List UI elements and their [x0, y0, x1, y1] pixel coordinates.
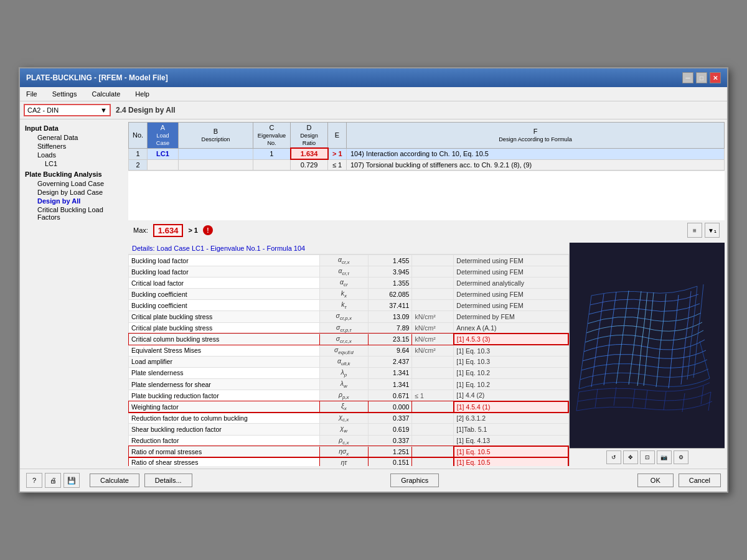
detail-unit: kN/cm² — [412, 345, 454, 356]
help-button[interactable]: ? — [26, 473, 42, 488]
max-condition: > 1 — [188, 226, 198, 234]
detail-symbol: σcr,c,x — [319, 334, 368, 345]
detail-param-name: Buckling coefficient — [129, 289, 320, 300]
detail-param-name: Critical plate buckling stress — [129, 311, 320, 322]
detail-unit — [412, 446, 454, 457]
detail-reference: [1] 4.5.4 (1) — [454, 401, 568, 413]
table-empty-space — [128, 170, 725, 220]
col-b-header: BDescription — [179, 123, 253, 149]
detail-unit: kN/cm² — [412, 311, 454, 322]
detail-param-name: Plate slenderness — [129, 367, 320, 378]
table-row[interactable]: 2 0.729 ≤ 1 107) Torsional buckling of s… — [129, 159, 725, 170]
minimize-button[interactable]: ─ — [682, 72, 693, 83]
detail-symbol: σeqv,Ed — [319, 345, 368, 356]
sidebar-item-general-data[interactable]: General Data — [25, 133, 126, 142]
maximize-button[interactable]: □ — [696, 72, 707, 83]
table-row[interactable]: 1 LC1 1 1.634 > 1 104) Interaction accor… — [129, 148, 725, 159]
menu-settings[interactable]: Settings — [50, 89, 80, 99]
detail-unit: ≤ 1 — [412, 390, 454, 401]
detail-value: 1.251 — [368, 446, 411, 457]
detail-value: 37.411 — [368, 300, 411, 311]
detail-param-name: Buckling load factor — [129, 255, 320, 266]
cell-condition: > 1 — [328, 148, 347, 159]
menu-calculate[interactable]: Calculate — [89, 89, 123, 99]
cell-formula: 107) Torsional buckling of stiffeners ac… — [347, 159, 725, 170]
sidebar-item-loads[interactable]: Loads — [25, 151, 126, 159]
main-content: Input Data General Data Stiffeners Loads… — [20, 119, 727, 469]
detail-symbol: ρp,x — [319, 390, 368, 401]
print-button[interactable]: 🖨 — [45, 473, 61, 488]
detail-reference: [1] Eq. 10.2 — [454, 367, 568, 378]
menu-bar: File Settings Calculate Help — [20, 87, 727, 101]
graphic-section: ↺ ✥ ⊡ 📷 ⚙ — [569, 243, 725, 466]
pan-button[interactable]: ✥ — [623, 450, 638, 464]
screenshot-button[interactable]: 📷 — [657, 450, 672, 464]
sidebar-item-stiffeners[interactable]: Stiffeners — [25, 142, 126, 151]
details-section: Details: Load Case LC1 - Eigenvalue No.1… — [128, 243, 569, 466]
save-button[interactable]: 💾 — [63, 473, 80, 488]
max-label: Max: — [133, 226, 148, 234]
details-table-wrap[interactable]: Buckling load factorαcr,x1.455Determined… — [128, 254, 569, 466]
max-value: 1.634 — [153, 224, 184, 237]
detail-value: 62.085 — [368, 289, 411, 300]
cancel-button[interactable]: Cancel — [679, 474, 721, 487]
detail-symbol: ησx — [319, 446, 368, 457]
sidebar: Input Data General Data Stiffeners Loads… — [22, 122, 128, 466]
sidebar-item-lc1[interactable]: LC1 — [25, 159, 126, 168]
detail-unit — [412, 401, 454, 413]
graphics-button[interactable]: Graphics — [390, 474, 439, 487]
close-button[interactable]: ✕ — [710, 72, 721, 83]
cell-eigenvalue — [253, 159, 291, 170]
details-button[interactable]: Details... — [144, 474, 192, 487]
detail-reference: Determined analytically — [454, 278, 568, 289]
sidebar-item-critical-buckling[interactable]: Critical Buckling Load Factors — [25, 205, 126, 222]
menu-help[interactable]: Help — [133, 89, 152, 99]
menu-file[interactable]: File — [24, 89, 40, 99]
ca-select[interactable]: CA2 - DIN ▼ — [24, 104, 111, 116]
bottom-bar: ? 🖨 💾 Calculate Details... Graphics OK C… — [20, 469, 727, 492]
graphic-toolbar: ↺ ✥ ⊡ 📷 ⚙ — [570, 448, 725, 466]
main-window: PLATE-BUCKLING - [RFEM - Model File] ─ □… — [19, 67, 728, 493]
zoom-fit-button[interactable]: ⊡ — [640, 450, 655, 464]
detail-symbol: σcr,p,x — [319, 311, 368, 322]
cell-loadcase — [148, 159, 179, 170]
detail-unit — [412, 424, 454, 435]
detail-param-name: Ratio of normal stresses — [129, 446, 320, 457]
sidebar-item-design-by-load[interactable]: Design by Load Case — [25, 188, 126, 197]
col-no-header: No. — [129, 123, 148, 149]
cell-no: 1 — [129, 148, 148, 159]
col-f-header: FDesign According to Formula — [347, 123, 725, 149]
ok-button[interactable]: OK — [637, 474, 674, 487]
right-panel: No. ALoadCase BDescription CEigenvalueNo… — [128, 122, 725, 466]
detail-unit — [412, 266, 454, 278]
graphic-canvas — [570, 243, 725, 448]
detail-param-name: Critical load factor — [129, 278, 320, 289]
rotate-left-button[interactable]: ↺ — [606, 450, 621, 464]
detail-value: 1.341 — [368, 367, 411, 378]
detail-unit: kN/cm² — [412, 322, 454, 334]
detail-unit — [412, 278, 454, 289]
cell-loadcase: LC1 — [148, 148, 179, 159]
toolbar: CA2 - DIN ▼ 2.4 Design by All — [20, 101, 727, 119]
detail-symbol: kx — [319, 289, 368, 300]
export-table-button[interactable]: ≡ — [687, 223, 702, 238]
sidebar-item-design-by-all[interactable]: Design by All — [25, 197, 126, 205]
detail-symbol: χc,x — [319, 413, 368, 424]
detail-reference: Determined using FEM — [454, 300, 568, 311]
detail-reference: [1] 4.4 (2) — [454, 390, 568, 401]
filter-table-button[interactable]: ▼₁ — [705, 223, 720, 238]
calculate-button[interactable]: Calculate — [90, 474, 139, 487]
detail-reference: [1] Eq. 10.2 — [454, 379, 568, 390]
col-e-header: E — [328, 123, 347, 149]
detail-symbol: αult,k — [319, 356, 368, 367]
settings-graphic-button[interactable]: ⚙ — [674, 450, 688, 464]
sidebar-item-governing[interactable]: Governing Load Case — [25, 179, 126, 188]
detail-reference: [1]Tab. 5.1 — [454, 424, 568, 435]
main-table-container: No. ALoadCase BDescription CEigenvalueNo… — [128, 122, 725, 240]
detail-value: 9.64 — [368, 345, 411, 356]
detail-param-name: Buckling coefficient — [129, 300, 320, 311]
detail-value: 3.945 — [368, 266, 411, 278]
detail-reference: [1] Eq. 10.5 — [454, 457, 568, 466]
ca-select-value: CA2 - DIN — [27, 106, 59, 114]
detail-reference: [1] 4.5.3 (3) — [454, 334, 568, 345]
